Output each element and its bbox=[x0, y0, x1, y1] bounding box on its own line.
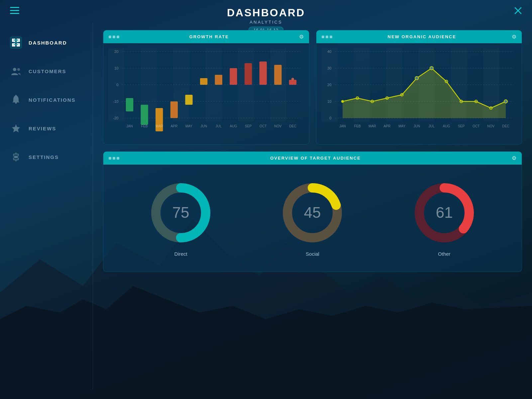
donut-direct-label: Direct bbox=[174, 251, 187, 257]
svg-point-13 bbox=[17, 68, 20, 71]
sidebar-label-notifications: NOTIFICATIONS bbox=[29, 97, 76, 103]
svg-text:61: 61 bbox=[436, 204, 453, 221]
sidebar-item-dashboard[interactable]: DASHBOARD bbox=[10, 37, 93, 49]
svg-point-15 bbox=[15, 156, 17, 158]
gear-icon bbox=[10, 151, 22, 163]
target-audience-body: 75 Direct bbox=[103, 165, 522, 272]
target-audience-gear-icon[interactable]: ⚙ bbox=[512, 155, 516, 161]
svg-text:0: 0 bbox=[329, 116, 331, 120]
svg-text:10: 10 bbox=[327, 99, 331, 103]
sidebar-item-notifications[interactable]: NOTIFICATIONS bbox=[10, 94, 93, 106]
growth-rate-header: GROWTH RATE ⚙ bbox=[103, 30, 309, 43]
svg-text:NOV: NOV bbox=[274, 124, 281, 128]
svg-text:AUG: AUG bbox=[443, 124, 450, 128]
charts-row: GROWTH RATE ⚙ bbox=[103, 30, 522, 145]
card-dot-9 bbox=[117, 157, 119, 160]
card-dots bbox=[109, 36, 119, 38]
sidebar-label-reviews: REVIEWS bbox=[29, 126, 56, 131]
card-dot-6 bbox=[330, 36, 332, 38]
organic-audience-card: NEW ORGANIC AUDIENCE ⚙ bbox=[316, 30, 522, 145]
svg-text:-20: -20 bbox=[113, 116, 118, 120]
donut-other-label: Other bbox=[438, 251, 451, 257]
svg-rect-1 bbox=[10, 10, 19, 11]
svg-text:20: 20 bbox=[114, 50, 118, 54]
close-icon[interactable] bbox=[514, 7, 522, 17]
svg-rect-0 bbox=[10, 7, 19, 8]
svg-rect-40 bbox=[245, 63, 252, 85]
svg-text:JUN: JUN bbox=[200, 124, 207, 128]
menu-icon[interactable] bbox=[10, 7, 19, 16]
growth-rate-card: GROWTH RATE ⚙ bbox=[103, 30, 309, 145]
svg-text:JAN: JAN bbox=[339, 124, 346, 128]
svg-rect-41 bbox=[260, 62, 267, 85]
donut-direct: 75 Direct bbox=[148, 180, 214, 257]
svg-rect-9 bbox=[14, 40, 18, 41]
svg-rect-10 bbox=[14, 42, 18, 43]
sidebar-item-customers[interactable]: CUSTOMERS bbox=[10, 65, 93, 77]
svg-text:75: 75 bbox=[172, 204, 189, 221]
svg-text:JAN: JAN bbox=[126, 124, 133, 128]
svg-text:-10: -10 bbox=[113, 99, 118, 103]
customers-icon bbox=[10, 65, 22, 77]
main-layout: DASHBOARD CUSTOMERS NOTIFIC bbox=[0, 23, 532, 389]
growth-rate-gear-icon[interactable]: ⚙ bbox=[299, 34, 304, 40]
svg-text:MAY: MAY bbox=[185, 124, 193, 128]
sidebar-item-reviews[interactable]: REVIEWS bbox=[10, 122, 93, 134]
svg-text:MAR: MAR bbox=[156, 124, 163, 128]
sidebar-label-dashboard: DASHBOARD bbox=[29, 40, 67, 46]
svg-text:DEC: DEC bbox=[289, 124, 296, 128]
growth-rate-chart: 20 10 0 -10 -20 bbox=[108, 48, 304, 138]
donut-other-chart: 61 bbox=[411, 180, 478, 246]
donut-other-container: 61 bbox=[411, 180, 478, 246]
star-icon bbox=[10, 122, 22, 134]
svg-text:OCT: OCT bbox=[260, 124, 266, 128]
card-dot-5 bbox=[326, 36, 328, 38]
donut-social-chart: 45 bbox=[279, 180, 346, 246]
card-dot-4 bbox=[322, 36, 324, 38]
svg-text:40: 40 bbox=[327, 50, 331, 54]
svg-point-80 bbox=[430, 66, 433, 70]
svg-rect-38 bbox=[215, 75, 222, 85]
svg-text:MAR: MAR bbox=[368, 124, 376, 128]
svg-text:DEC: DEC bbox=[502, 124, 509, 128]
svg-text:MAY: MAY bbox=[398, 124, 405, 128]
svg-text:30: 30 bbox=[327, 66, 331, 70]
svg-point-74 bbox=[341, 100, 344, 103]
target-audience-card: OVERVIEW OF TARGET AUDIENCE ⚙ bbox=[103, 151, 522, 272]
content-area: GROWTH RATE ⚙ bbox=[93, 23, 532, 389]
svg-text:OCT: OCT bbox=[473, 124, 479, 128]
svg-rect-43 bbox=[289, 80, 296, 85]
donut-social-label: Social bbox=[306, 251, 319, 257]
organic-audience-gear-icon[interactable]: ⚙ bbox=[512, 34, 516, 40]
sidebar-item-settings[interactable]: SETTINGS bbox=[10, 151, 93, 163]
svg-rect-39 bbox=[230, 68, 237, 85]
svg-text:20: 20 bbox=[327, 83, 331, 87]
svg-text:45: 45 bbox=[304, 204, 321, 221]
card-dots-3 bbox=[109, 157, 119, 160]
svg-point-44 bbox=[291, 78, 294, 80]
svg-text:FEB: FEB bbox=[141, 124, 148, 128]
svg-text:JUL: JUL bbox=[216, 124, 222, 128]
organic-audience-body: 40 30 20 10 0 bbox=[316, 43, 522, 144]
donut-direct-container: 75 bbox=[148, 180, 214, 246]
page-title: DASHBOARD bbox=[227, 7, 305, 19]
svg-text:FEB: FEB bbox=[354, 124, 361, 128]
donuts-row: 75 Direct bbox=[108, 170, 517, 267]
svg-rect-33 bbox=[141, 105, 148, 125]
svg-text:SEP: SEP bbox=[245, 124, 252, 128]
organic-audience-title: NEW ORGANIC AUDIENCE bbox=[388, 34, 456, 39]
svg-rect-2 bbox=[10, 13, 19, 14]
svg-point-85 bbox=[504, 100, 507, 103]
svg-point-79 bbox=[415, 76, 418, 80]
svg-rect-36 bbox=[185, 95, 192, 105]
svg-text:AUG: AUG bbox=[230, 124, 237, 128]
target-audience-header: OVERVIEW OF TARGET AUDIENCE ⚙ bbox=[103, 152, 522, 165]
card-dot-8 bbox=[113, 157, 115, 160]
svg-text:10: 10 bbox=[114, 66, 118, 70]
card-dot-1 bbox=[109, 36, 111, 38]
sidebar-label-settings: SETTINGS bbox=[29, 154, 59, 160]
svg-text:0: 0 bbox=[116, 83, 118, 87]
svg-rect-35 bbox=[170, 101, 178, 118]
donut-other: 61 Other bbox=[411, 180, 478, 257]
card-dots-2 bbox=[322, 36, 332, 38]
